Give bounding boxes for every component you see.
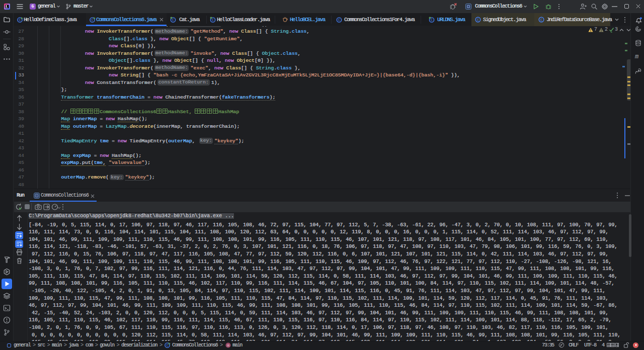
svg-text:m: m [227,343,229,347]
svg-text:C: C [91,18,93,22]
svg-text:C: C [212,18,214,22]
svg-text:C: C [477,18,479,22]
svg-text:C: C [540,18,542,22]
svg-text:C: C [172,18,174,22]
svg-text:C: C [19,18,21,22]
svg-text:C: C [338,18,340,22]
svg-text:C: C [431,18,433,22]
svg-text:C: C [166,343,168,347]
